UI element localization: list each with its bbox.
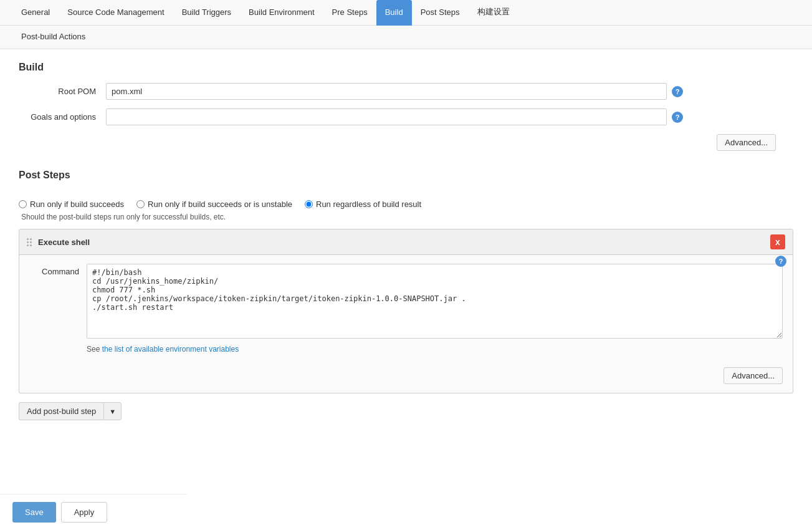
tab-general[interactable]: General xyxy=(12,0,59,26)
build-section: Build Root POM ? Goals and options ? Adv… xyxy=(19,62,793,151)
command-textarea[interactable] xyxy=(87,264,783,339)
goals-label: Goals and options xyxy=(19,112,106,122)
command-row: Command xyxy=(29,264,783,339)
goals-input[interactable] xyxy=(106,108,667,125)
shell-help-icon[interactable]: ? xyxy=(775,256,786,267)
radio-label-0[interactable]: Run only if build succeeds xyxy=(19,200,124,209)
radio-1[interactable] xyxy=(136,200,145,208)
radio-text-2: Run regardless of build result xyxy=(316,200,421,209)
tab-build[interactable]: Build xyxy=(376,0,412,26)
tab-构建设置[interactable]: 构建设置 xyxy=(469,0,518,26)
drag-handle-icon xyxy=(27,238,32,246)
root-pom-help-icon[interactable]: ? xyxy=(672,86,683,97)
radio-hint: Should the post-build steps run only for… xyxy=(19,213,793,221)
root-pom-input[interactable] xyxy=(106,83,667,100)
radio-label-1[interactable]: Run only if build succeeds or is unstabl… xyxy=(136,200,292,209)
command-label: Command xyxy=(29,264,79,276)
tab-build-environment[interactable]: Build Environment xyxy=(240,0,323,26)
add-post-build-step-button[interactable]: Add post-build step xyxy=(19,402,103,420)
shell-card-footer: Advanced... xyxy=(19,362,793,393)
nav-tabs-row1: GeneralSource Code ManagementBuild Trigg… xyxy=(0,0,812,26)
add-step-group: Add post-build step ▼ xyxy=(19,402,793,420)
env-variables-link[interactable]: the list of available environment variab… xyxy=(102,345,239,354)
radio-group: Run only if build succeeds Run only if b… xyxy=(19,191,793,213)
shell-card-title-group: Execute shell xyxy=(27,238,90,247)
post-steps-title: Post Steps xyxy=(19,170,793,181)
see-link-row: See the list of available environment va… xyxy=(29,345,783,354)
build-advanced-button[interactable]: Advanced... xyxy=(717,134,776,151)
shell-card-body: Command See the list of available enviro… xyxy=(19,255,793,362)
tab-post-steps[interactable]: Post Steps xyxy=(412,0,469,26)
save-button[interactable]: Save xyxy=(12,502,56,523)
shell-card-title-text: Execute shell xyxy=(38,238,90,247)
radio-2[interactable] xyxy=(305,200,313,208)
tab-source-code-management[interactable]: Source Code Management xyxy=(59,0,173,26)
shell-close-button[interactable]: x xyxy=(770,234,785,249)
tab-build-triggers[interactable]: Build Triggers xyxy=(173,0,240,26)
shell-card-header: Execute shell x xyxy=(19,229,793,255)
see-text: See xyxy=(87,345,100,354)
main-content: Build Root POM ? Goals and options ? Adv… xyxy=(0,49,812,445)
root-pom-label: Root POM xyxy=(19,87,106,96)
goals-row: Goals and options ? xyxy=(19,108,793,125)
goals-help-icon[interactable]: ? xyxy=(672,112,683,123)
post-steps-section: Post Steps Run only if build succeeds Ru… xyxy=(19,170,793,420)
shell-advanced-button[interactable]: Advanced... xyxy=(724,367,783,384)
bottom-action-bar: Save Apply xyxy=(0,494,187,530)
tab-post-build-actions[interactable]: Post-build Actions xyxy=(12,26,94,49)
nav-tabs-row2: Post-build Actions xyxy=(0,26,812,49)
radio-0[interactable] xyxy=(19,200,27,208)
radio-text-0: Run only if build succeeds xyxy=(30,200,124,209)
build-advanced-btn-row: Advanced... xyxy=(19,134,793,151)
tab-pre-steps[interactable]: Pre Steps xyxy=(323,0,376,26)
page-wrapper: GeneralSource Code ManagementBuild Trigg… xyxy=(0,0,812,530)
root-pom-row: Root POM ? xyxy=(19,83,793,100)
apply-button[interactable]: Apply xyxy=(61,502,108,523)
execute-shell-card: Execute shell x Command See the list of … xyxy=(19,229,793,393)
build-section-title: Build xyxy=(19,62,793,73)
add-step-dropdown-button[interactable]: ▼ xyxy=(103,402,122,420)
radio-label-2[interactable]: Run regardless of build result xyxy=(305,200,421,209)
radio-text-1: Run only if build succeeds or is unstabl… xyxy=(148,200,292,209)
